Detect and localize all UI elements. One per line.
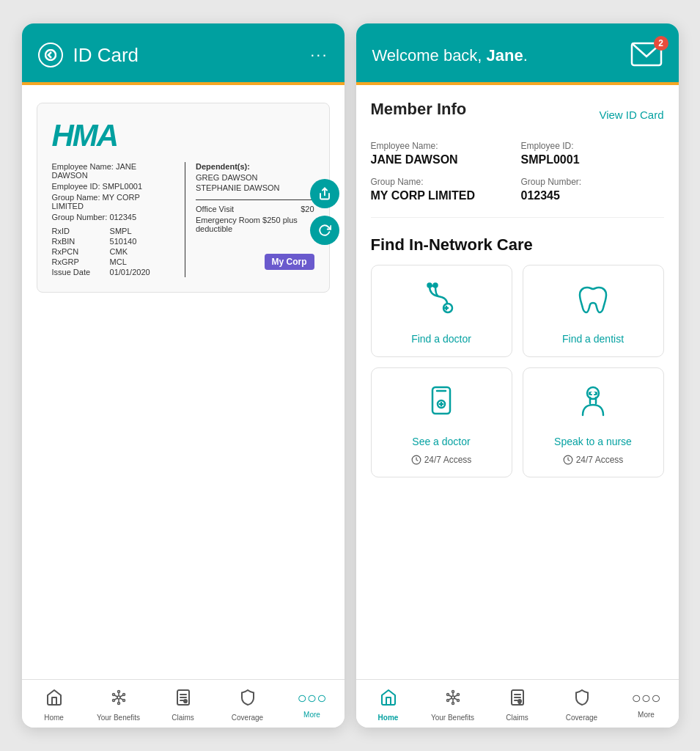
svg-line-50: [454, 698, 457, 700]
svg-point-41: [452, 696, 454, 699]
claims-icon: $: [174, 689, 192, 711]
nav-coverage-label: Coverage: [232, 714, 263, 722]
svg-line-49: [454, 695, 457, 697]
nav-home[interactable]: Home: [356, 686, 421, 725]
table-row: RxIDSMPL: [52, 226, 171, 236]
id-card-right: Dependent(s): GREG DAWSON STEPHANIE DAWS…: [185, 162, 314, 277]
group-name-field: Group Name: MY CORP LIMITED: [371, 177, 514, 202]
nav-claims-label: Claims: [172, 714, 194, 722]
office-visit-row: Office Visit $20: [196, 205, 314, 213]
nav-benefits[interactable]: Your Benefits: [86, 686, 151, 725]
nav-home[interactable]: Home: [22, 686, 86, 725]
svg-point-42: [452, 691, 454, 693]
nav-benefits-label: Your Benefits: [431, 714, 474, 722]
mycorp-badge: My Corp: [265, 254, 314, 270]
back-button[interactable]: [38, 43, 63, 67]
phone-doctor-icon: [422, 383, 460, 428]
home-content: Member Info View ID Card Employee Name: …: [356, 85, 679, 679]
home-icon: [380, 689, 397, 711]
nav-coverage[interactable]: Coverage: [215, 686, 280, 725]
refresh-button[interactable]: [310, 216, 339, 245]
nav-claims[interactable]: $ Claims: [151, 686, 215, 725]
svg-point-4: [122, 694, 125, 696]
speak-nurse-access: 24/7 Access: [563, 455, 624, 465]
svg-point-5: [122, 700, 125, 702]
member-info-header: Member Info View ID Card: [371, 100, 664, 129]
stethoscope-icon: [422, 280, 460, 326]
id-card-body: Employee Name: JANE DAWSON Employee ID: …: [52, 162, 314, 277]
svg-point-6: [117, 703, 119, 705]
svg-line-14: [114, 695, 117, 697]
benefits-icon: [110, 689, 128, 711]
emergency-room-row: Emergency Room $250 plus deductible: [196, 216, 314, 233]
nav-home-label: Home: [378, 714, 399, 722]
table-row: RxGRPMCL: [52, 257, 171, 267]
id-card-screen: ID Card ··· HMA Employee Name: JANE DAWS…: [22, 23, 345, 728]
find-dentist-label: Find a dentist: [562, 333, 624, 345]
nav-more-label: More: [303, 711, 320, 719]
tooth-icon: [574, 280, 612, 326]
nav-benefits-label: Your Benefits: [97, 714, 140, 722]
employee-id-line: Employee ID: SMPL0001: [52, 182, 171, 191]
dependents-label: Dependent(s):: [196, 162, 314, 171]
svg-point-8: [112, 694, 114, 696]
rx-table: RxIDSMPL RxBIN510140 RxPCNCMK RxGRPMCL I…: [52, 226, 171, 277]
group-number-line: Group Number: 012345: [52, 213, 171, 221]
svg-point-43: [457, 694, 459, 696]
view-id-card-link[interactable]: View ID Card: [599, 109, 663, 121]
find-dentist-card[interactable]: Find a dentist: [523, 265, 664, 357]
speak-nurse-card[interactable]: Speak to a nurse 24/7 Access: [523, 367, 664, 477]
svg-point-3: [117, 691, 119, 693]
table-row: Issue Date01/01/2020: [52, 267, 171, 277]
bottom-navigation: Home: [356, 679, 679, 728]
id-card-left: Employee Name: JANE DAWSON Employee ID: …: [52, 162, 171, 277]
coverage-icon: [573, 689, 591, 711]
svg-point-46: [446, 700, 449, 702]
svg-point-25: [434, 284, 438, 287]
svg-line-11: [119, 698, 122, 700]
svg-point-7: [112, 700, 114, 702]
nav-claims[interactable]: $ Claims: [485, 686, 550, 725]
bottom-navigation: Home: [22, 679, 345, 728]
svg-text:$: $: [518, 700, 520, 704]
find-doctor-card[interactable]: Find a doctor: [371, 265, 512, 357]
table-row: RxBIN510140: [52, 236, 171, 246]
more-icon: ○○○: [298, 689, 327, 708]
member-info-title: Member Info: [371, 100, 467, 119]
svg-point-44: [457, 700, 459, 702]
id-card-header: ID Card ···: [22, 23, 345, 82]
nav-more-label: More: [638, 711, 655, 719]
more-options-button[interactable]: ···: [310, 45, 328, 65]
notification-button[interactable]: 2: [630, 42, 663, 70]
nav-benefits[interactable]: Your Benefits: [421, 686, 485, 725]
group-name-line: Group Name: MY CORP LIMITED: [52, 193, 171, 210]
employee-name-field: Employee Name: JANE DAWSON: [371, 141, 514, 166]
more-icon: ○○○: [632, 689, 661, 708]
nav-claims-label: Claims: [506, 714, 528, 722]
nav-coverage[interactable]: Coverage: [550, 686, 614, 725]
benefits-icon: [444, 689, 462, 711]
svg-point-45: [452, 703, 454, 705]
claims-icon: $: [509, 689, 526, 711]
welcome-header: Welcome back, Jane. 2: [356, 23, 679, 82]
svg-line-10: [119, 695, 122, 697]
svg-point-0: [45, 50, 56, 60]
svg-point-47: [446, 694, 449, 696]
nav-coverage-label: Coverage: [566, 714, 597, 722]
share-button[interactable]: [310, 179, 339, 208]
nav-more[interactable]: ○○○ More: [614, 686, 679, 725]
see-doctor-card[interactable]: See a doctor 24/7 Access: [371, 367, 512, 477]
find-care-title: Find In-Network Care: [371, 235, 664, 254]
table-row: RxPCNCMK: [52, 246, 171, 257]
see-doctor-label: See a doctor: [412, 436, 470, 447]
dependent-2: STEPHANIE DAWSON: [196, 183, 314, 192]
svg-line-52: [449, 698, 452, 700]
employee-id-field: Employee ID: SMPL0001: [521, 141, 664, 166]
group-number-field: Group Number: 012345: [521, 177, 664, 202]
find-doctor-label: Find a doctor: [411, 333, 471, 345]
member-info-grid: Employee Name: JANE DAWSON Employee ID: …: [371, 141, 664, 218]
welcome-text: Welcome back, Jane.: [372, 46, 528, 65]
coverage-icon: [239, 689, 257, 711]
nav-more[interactable]: ○○○ More: [280, 686, 345, 725]
svg-point-24: [428, 284, 432, 287]
